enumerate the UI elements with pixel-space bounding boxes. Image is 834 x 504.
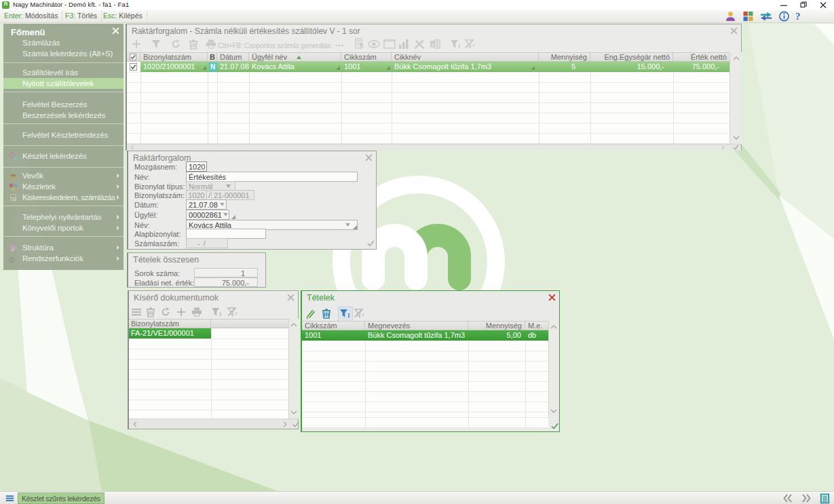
kisero-close-icon[interactable] [287, 294, 295, 301]
maximize-button[interactable] [794, 0, 813, 10]
edit-icon[interactable] [305, 308, 316, 319]
sidebar-item-felvetel-beszerzes[interactable]: Felvétel Beszerzés [3, 99, 124, 110]
filter-apply-icon[interactable] [211, 307, 222, 317]
horizontal-scrollbar[interactable] [129, 419, 298, 429]
sidebar-item-konyveloi-riportok[interactable]: Könyvelői riportok [3, 222, 124, 233]
sidebar-item-telephelyi[interactable]: Telephelyi nyilvántartás [3, 212, 124, 222]
col-me[interactable]: M.e. [525, 322, 548, 330]
sidebar-item-szamlazas[interactable]: Számlázás [3, 37, 124, 48]
col-ugyfel-nev[interactable]: Ügyfél név [249, 53, 341, 61]
taskbar-tab[interactable]: Készlet szűrés lekérdezés [18, 492, 105, 504]
dialog-close-icon[interactable] [365, 154, 373, 161]
col-eng-egysegar[interactable]: Eng.Egységár nettó [590, 53, 673, 61]
filter-icon[interactable] [151, 39, 162, 50]
add-icon[interactable] [131, 39, 142, 50]
select-all-checkbox[interactable] [130, 54, 136, 60]
close-button[interactable] [814, 0, 833, 10]
scroll-up-icon[interactable] [733, 56, 740, 60]
confirm-icon[interactable] [292, 421, 299, 427]
sidebar-item-szamla-lekerdezes[interactable]: Számla lekérdezés (Alt+S) [3, 48, 124, 59]
filter-clear-icon[interactable] [464, 39, 475, 50]
sidebar-item-keszlet-lekerdezes[interactable]: Készlet lekérdezés [3, 151, 124, 161]
print-icon[interactable] [206, 39, 216, 50]
sidebar-item-nyitott-szallitolevelek[interactable]: Nyitott szállítólevelek [3, 78, 124, 89]
modules-grid-icon[interactable] [742, 11, 754, 22]
excel-export-icon[interactable] [430, 39, 440, 50]
help-icon[interactable]: ? [795, 11, 803, 22]
user-icon[interactable] [725, 11, 736, 22]
main-window-close-icon[interactable] [730, 27, 738, 35]
disconnect-icon[interactable] [414, 39, 425, 50]
delete-icon[interactable] [188, 39, 199, 50]
filter-apply-icon[interactable] [339, 308, 350, 319]
sidebar-item-keszletek[interactable]: Készletek [3, 181, 124, 192]
scroll-up-icon[interactable] [550, 325, 557, 329]
menu-item-modositas[interactable]: Enter: Módosítás [0, 10, 62, 22]
horizontal-scrollbar[interactable] [127, 144, 741, 151]
scroll-up-icon[interactable] [290, 323, 297, 327]
taskbar-menu-icon[interactable] [5, 494, 15, 503]
tetelek-close-icon[interactable] [548, 294, 556, 301]
scroll-left-icon[interactable] [130, 145, 134, 150]
col-cikknev[interactable]: Cikknév [392, 53, 539, 61]
scroll-down-icon[interactable] [290, 410, 297, 414]
col-empty[interactable] [211, 319, 288, 328]
col-datum[interactable]: Dátum [217, 53, 249, 61]
menu-item-torles[interactable]: F3: Törlés [61, 10, 102, 22]
add-icon[interactable] [176, 307, 187, 317]
view-icon[interactable] [368, 40, 380, 48]
refresh-icon[interactable] [170, 39, 181, 50]
filter-clear-icon[interactable] [354, 308, 364, 319]
confirm-icon[interactable] [733, 144, 739, 150]
vertical-scrollbar[interactable] [548, 321, 558, 417]
col-mennyiseg[interactable]: Mennyiség [539, 53, 590, 61]
col-mennyiseg[interactable]: Mennyiség [468, 322, 525, 330]
col-bizonylatszam[interactable]: Bizonylatszám [140, 53, 208, 61]
window-icon[interactable] [383, 39, 396, 49]
filter-apply-icon[interactable] [450, 39, 461, 50]
col-bizonylatszam[interactable]: Bizonylatszám [129, 319, 211, 328]
transfer-arrows-icon[interactable] [759, 11, 773, 22]
sidebar-item-struktura[interactable]: Struktúra [3, 242, 124, 253]
sidebar-item-szallitolevel-iras[interactable]: Szállítólevél írás [3, 67, 124, 78]
col-cikkszam[interactable]: Cikkszám [341, 53, 392, 61]
scroll-down-icon[interactable] [550, 409, 557, 413]
toolbar-more[interactable]: ... [335, 39, 344, 48]
tetelek-table-row[interactable]: 1001 Bükk Csomagolt tűzifa 1,7m3 5,00 db [302, 330, 548, 341]
scroll-right-icon[interactable] [283, 421, 287, 427]
kisero-table-row[interactable]: FA-21/VE1/000001 [129, 328, 211, 338]
sidebar-item-rendszerfunkciok[interactable]: Rendszerfunkciók [3, 253, 124, 264]
dialog-confirm-icon[interactable] [367, 240, 375, 246]
szamlaszam-input[interactable]: - / [186, 238, 228, 248]
sidebar-close-icon[interactable] [112, 27, 119, 35]
col-b[interactable]: B [208, 53, 217, 61]
sidebar-item-kiskereskedelem[interactable]: Kiskereskedelem, számlázás [3, 192, 124, 203]
minimize-button[interactable] [774, 0, 793, 10]
scroll-left-icon[interactable] [133, 421, 137, 427]
nav-next-icon[interactable] [801, 493, 812, 503]
chart-icon[interactable] [398, 39, 409, 50]
col-megnevezes[interactable]: Megnevezés [365, 322, 468, 330]
scroll-right-icon[interactable] [721, 145, 725, 150]
delete-icon[interactable] [321, 308, 332, 319]
sidebar-item-beszerzesek-lekerdezes[interactable]: Beszerzések lekérdezés [3, 110, 124, 121]
refresh-icon[interactable] [160, 307, 171, 317]
menu-item-kilepes[interactable]: Esc: Kilépés [99, 10, 147, 22]
vertical-scrollbar[interactable] [729, 52, 742, 144]
info-icon[interactable] [778, 11, 790, 22]
vertical-scrollbar[interactable] [288, 319, 299, 419]
mozgasnem-input[interactable]: 1020 [186, 161, 207, 172]
sidebar-item-felvetel-keszletrendezes[interactable]: Felvétel Készletrendezés [3, 130, 124, 140]
col-cikkszam[interactable]: Cikkszám [302, 322, 365, 330]
tetelek-confirm-icon[interactable] [551, 423, 558, 429]
sidebar-item-vevok[interactable]: Vevők [3, 170, 124, 181]
delete-icon[interactable] [145, 307, 156, 317]
scroll-down-icon[interactable] [733, 136, 740, 140]
print-icon[interactable] [191, 307, 202, 317]
row-checkbox[interactable] [130, 63, 137, 71]
menu-icon[interactable] [131, 307, 142, 317]
taskbar-report-icon[interactable] [820, 493, 830, 504]
col-ertek-netto[interactable]: Érték nettó [673, 53, 729, 61]
table-row[interactable]: 1020/21000001 N 21.07.08 Kovács Attila 1… [140, 62, 729, 72]
nav-prev-icon[interactable] [782, 493, 793, 503]
